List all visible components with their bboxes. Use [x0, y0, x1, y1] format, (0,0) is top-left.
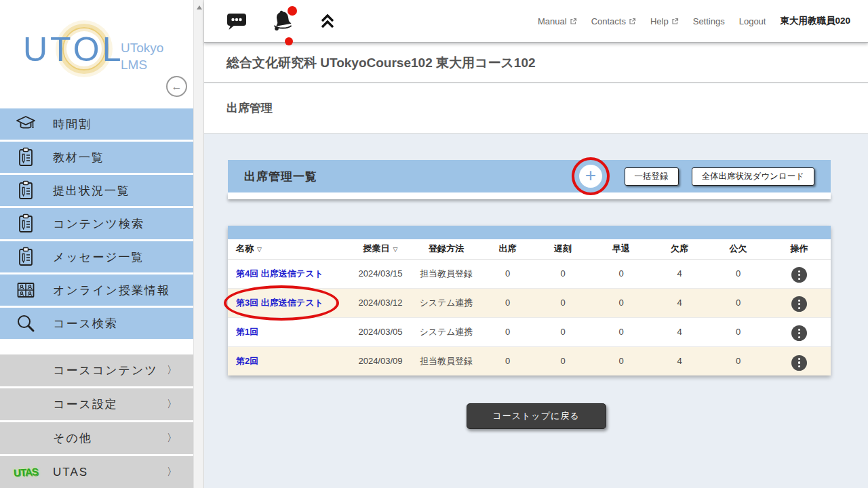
- external-link-icon: [629, 18, 636, 25]
- attendance-item-link[interactable]: 第1回: [236, 327, 258, 337]
- sidebar-item-content-search[interactable]: コンテンツ検索: [0, 208, 193, 239]
- sidebar: UTOL UTokyo LMS ← 時間割 教材一覧 提出状況一覧 コンテンツ検…: [0, 0, 193, 488]
- excused-count: 0: [709, 288, 768, 317]
- settings-link-label: Settings: [693, 16, 725, 26]
- content-area: 出席管理一覧 + 一括登録 全体出席状況ダウンロード: [204, 134, 868, 488]
- absent-count: 4: [650, 317, 709, 346]
- notification-bell-icon[interactable]: [271, 9, 295, 33]
- excused-count: 0: [709, 317, 768, 346]
- sidebar-item-materials[interactable]: 教材一覧: [0, 142, 193, 173]
- sidebar-item-online-class-info[interactable]: オンライン授業情報: [0, 274, 193, 306]
- attendance-item-link[interactable]: 第3回 出席送信テスト: [236, 298, 323, 308]
- graduation-cap-icon: [14, 112, 38, 136]
- present-count: 0: [481, 259, 534, 288]
- sidebar-item-label: オンライン授業情報: [53, 283, 170, 298]
- username: 東大用教職員020: [780, 15, 850, 27]
- table-row: 第1回 2024/03/05 システム連携 0 0 0 4 0: [228, 317, 831, 346]
- early-leave-count: 0: [592, 346, 650, 375]
- return-to-course-top-button[interactable]: コーストップに戻る: [466, 403, 606, 429]
- late-count: 0: [534, 346, 592, 375]
- sidebar-item-timetable[interactable]: 時間割: [0, 108, 193, 140]
- row-actions-kebab-button[interactable]: [791, 296, 807, 312]
- attendance-panel: 出席管理一覧 + 一括登録 全体出席状況ダウンロード: [228, 160, 831, 199]
- page-title: 出席管理: [226, 100, 273, 116]
- scroll-up-arrow-icon[interactable]: [197, 5, 202, 9]
- sidebar-item-submission-status[interactable]: 提出状況一覧: [0, 175, 193, 206]
- page-title-bar: 出席管理: [204, 83, 868, 134]
- logo-sub-line2: LMS: [121, 56, 163, 73]
- registration-method: 担当教員登録: [411, 346, 481, 375]
- logout-link[interactable]: Logout: [739, 16, 766, 26]
- early-leave-count: 0: [592, 288, 650, 317]
- registration-method: 担当教員登録: [411, 259, 481, 288]
- chevron-right-icon: 〉: [167, 364, 177, 377]
- col-header-absent: 欠席: [650, 239, 709, 259]
- table-row: 第2回 2024/03/09 担当教員登録 0 0 0 4 0: [228, 346, 831, 375]
- contacts-link[interactable]: Contacts: [591, 16, 636, 26]
- chat-bubble-icon[interactable]: [226, 12, 248, 30]
- add-attendance-button[interactable]: +: [579, 165, 602, 188]
- sidebar-item-label: 提出状況一覧: [53, 183, 130, 199]
- download-all-attendance-button[interactable]: 全体出席状況ダウンロード: [692, 167, 814, 186]
- utol-logo-subtitle: UTokyo LMS: [121, 39, 163, 73]
- early-leave-count: 0: [592, 259, 650, 288]
- sidebar-item-course-contents[interactable]: コースコンテンツ 〉: [0, 354, 193, 386]
- icon-spacer: [14, 426, 38, 451]
- clipboard-icon: [14, 178, 38, 203]
- table-row: 第3回 出席送信テスト 2024/03/12 システム連携 0 0 0 4 0: [228, 288, 831, 317]
- absent-count: 4: [650, 259, 709, 288]
- row-actions-kebab-button[interactable]: [791, 325, 807, 341]
- sort-down-icon: ▽: [257, 246, 262, 253]
- bulk-register-button[interactable]: 一括登録: [625, 167, 679, 186]
- sidebar-item-message-list[interactable]: メッセージ一覧: [0, 241, 193, 272]
- manual-link[interactable]: Manual: [538, 16, 577, 26]
- sidebar-item-label: 教材一覧: [53, 150, 104, 165]
- late-count: 0: [534, 259, 592, 288]
- video-grid-icon: [14, 278, 38, 302]
- sidebar-scrollbar[interactable]: [193, 0, 204, 488]
- sidebar-item-course-search[interactable]: コース検索: [0, 308, 193, 339]
- sidebar-item-label: コンテンツ検索: [53, 216, 144, 232]
- sidebar-item-utas[interactable]: UTAS UTAS 〉: [0, 456, 193, 488]
- attendance-table: 名称▽ 授業日▽ 登録方法 出席 遅刻 早退 欠席 公欠 操作 第4回 出席送信…: [228, 239, 831, 375]
- col-header-early-leave: 早退: [592, 239, 650, 259]
- sidebar-collapse-button[interactable]: ←: [166, 76, 187, 97]
- panel-title: 出席管理一覧: [244, 169, 317, 184]
- sidebar-item-label: その他: [53, 430, 92, 446]
- class-date: 2024/03/12: [350, 288, 411, 317]
- present-count: 0: [481, 346, 534, 375]
- class-date: 2024/03/15: [350, 259, 411, 288]
- class-date: 2024/03/05: [350, 317, 411, 346]
- late-count: 0: [534, 288, 592, 317]
- clipboard-icon: [14, 211, 38, 236]
- attendance-item-link[interactable]: 第2回: [236, 356, 258, 366]
- attendance-item-link[interactable]: 第4回 出席送信テスト: [236, 268, 323, 279]
- sidebar-item-label: 時間割: [53, 117, 92, 132]
- logout-link-label: Logout: [739, 16, 766, 26]
- icon-spacer: [14, 359, 38, 383]
- utas-logo: UTAS: [14, 460, 38, 485]
- registration-method: システム連携: [411, 288, 481, 317]
- clipboard-icon: [14, 145, 38, 169]
- row-actions-kebab-button[interactable]: [791, 355, 807, 371]
- sort-down-icon: ▽: [393, 246, 398, 253]
- row-actions-kebab-button[interactable]: [791, 267, 807, 283]
- add-attendance-annotated: +: [572, 157, 610, 195]
- absent-count: 4: [650, 346, 709, 375]
- col-header-name[interactable]: 名称▽: [228, 239, 350, 259]
- late-count: 0: [534, 317, 592, 346]
- sidebar-item-label: コースコンテンツ: [53, 363, 158, 378]
- chevron-right-icon: 〉: [167, 398, 177, 411]
- present-count: 0: [481, 288, 534, 317]
- double-chevron-up-icon[interactable]: [318, 12, 337, 30]
- topbar-icons: [226, 9, 337, 33]
- settings-link[interactable]: Settings: [693, 16, 725, 26]
- logo-sub-line1: UTokyo: [121, 39, 163, 56]
- sidebar-item-course-settings[interactable]: コース設定 〉: [0, 388, 193, 420]
- col-header-class-date[interactable]: 授業日▽: [350, 239, 411, 259]
- present-count: 0: [481, 317, 534, 346]
- contacts-link-label: Contacts: [591, 16, 626, 26]
- help-link[interactable]: Help: [650, 16, 679, 26]
- sidebar-item-others[interactable]: その他 〉: [0, 422, 193, 454]
- course-title-bar: 総合文化研究科 UTokyoCourse102 東大用コース102: [204, 43, 868, 83]
